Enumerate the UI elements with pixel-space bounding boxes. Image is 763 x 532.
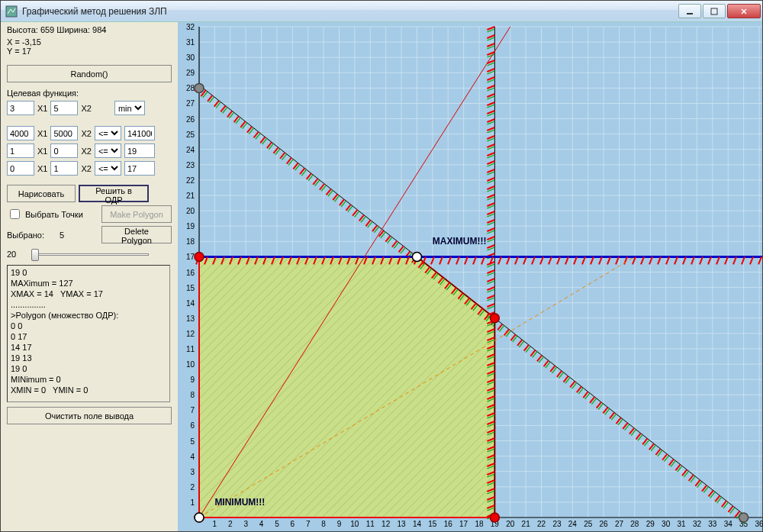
svg-text:28: 28 bbox=[186, 84, 195, 92]
window-buttons bbox=[678, 4, 761, 18]
svg-text:29: 29 bbox=[186, 69, 195, 77]
svg-text:33: 33 bbox=[708, 520, 717, 528]
svg-text:28: 28 bbox=[630, 520, 639, 528]
svg-text:2: 2 bbox=[228, 520, 233, 528]
svg-text:8: 8 bbox=[321, 520, 326, 528]
x1-label: X1 bbox=[37, 104, 47, 113]
svg-text:23: 23 bbox=[186, 161, 195, 169]
client-area: Высота: 659 Ширина: 984 X = -3,15 Y = 17… bbox=[1, 22, 762, 531]
svg-text:14: 14 bbox=[186, 299, 195, 308]
c1-a2-input[interactable] bbox=[50, 126, 78, 140]
svg-text:7: 7 bbox=[190, 406, 195, 414]
selected-label: Выбрано: bbox=[7, 231, 44, 240]
c3-b-input[interactable] bbox=[124, 161, 155, 176]
selected-count: 5 bbox=[60, 231, 64, 240]
status-y: Y = 17 bbox=[7, 47, 172, 56]
svg-text:15: 15 bbox=[428, 520, 437, 528]
svg-text:17: 17 bbox=[186, 253, 195, 261]
c2-a1-input[interactable] bbox=[7, 143, 34, 158]
svg-point-505 bbox=[195, 252, 204, 261]
svg-point-507 bbox=[490, 314, 499, 323]
svg-text:11: 11 bbox=[186, 345, 195, 353]
svg-text:2: 2 bbox=[190, 483, 195, 492]
chart-svg: 1234567891011121314151617181920212223242… bbox=[178, 22, 763, 532]
minimize-button[interactable] bbox=[678, 4, 701, 18]
svg-text:12: 12 bbox=[186, 330, 195, 338]
svg-point-509 bbox=[490, 513, 499, 522]
svg-text:22: 22 bbox=[537, 520, 546, 528]
svg-text:24: 24 bbox=[186, 146, 195, 154]
status-x: X = -3,15 bbox=[7, 37, 172, 47]
c3-a1-input[interactable] bbox=[7, 161, 34, 176]
select-points-label: Выбрать Точки bbox=[25, 210, 83, 219]
svg-text:23: 23 bbox=[552, 520, 562, 528]
maximize-button[interactable] bbox=[703, 4, 726, 18]
graph-area[interactable]: 1234567891011121314151617181920212223242… bbox=[178, 22, 762, 531]
c1-a1-input[interactable] bbox=[7, 126, 34, 140]
svg-text:25: 25 bbox=[186, 131, 195, 139]
c2-a2-input[interactable] bbox=[50, 143, 78, 158]
clear-output-button[interactable]: Очистить поле вывода bbox=[7, 407, 172, 424]
close-button[interactable] bbox=[727, 4, 761, 18]
output-memo[interactable]: 19 0 MAXimum = 127 XMAX = 14 YMAX = 17 .… bbox=[7, 265, 170, 402]
app-icon bbox=[5, 5, 18, 18]
svg-text:15: 15 bbox=[186, 284, 195, 292]
c1-b-input[interactable] bbox=[124, 126, 155, 140]
svg-point-511 bbox=[412, 252, 421, 261]
c2-op-select[interactable]: <= bbox=[95, 143, 121, 158]
c3-op-select[interactable]: <= bbox=[95, 161, 121, 176]
svg-text:12: 12 bbox=[382, 520, 391, 528]
c1-op-select[interactable]: <= bbox=[95, 126, 121, 140]
svg-rect-2 bbox=[711, 8, 717, 15]
svg-point-510 bbox=[195, 513, 204, 522]
svg-text:32: 32 bbox=[693, 520, 702, 528]
draw-button[interactable]: Нарисовать bbox=[7, 185, 76, 202]
c3-a2-input[interactable] bbox=[50, 161, 78, 176]
svg-text:26: 26 bbox=[186, 115, 195, 124]
svg-rect-0 bbox=[6, 6, 17, 17]
svg-text:17: 17 bbox=[459, 520, 468, 528]
svg-text:27: 27 bbox=[615, 520, 624, 528]
speed-slider[interactable] bbox=[30, 247, 152, 262]
titlebar[interactable]: Графический метод решения ЗЛП bbox=[1, 1, 762, 22]
select-points-checkbox[interactable] bbox=[10, 209, 20, 219]
direction-select[interactable]: min bbox=[114, 101, 145, 115]
svg-text:6: 6 bbox=[190, 421, 195, 430]
svg-text:16: 16 bbox=[186, 269, 195, 277]
objective-label: Целевая функция: bbox=[7, 89, 79, 98]
obj-c1-input[interactable] bbox=[7, 101, 34, 115]
random-button[interactable]: Random() bbox=[7, 65, 172, 82]
svg-text:21: 21 bbox=[522, 520, 531, 528]
svg-text:9: 9 bbox=[190, 376, 195, 384]
slider-value: 20 bbox=[7, 250, 16, 259]
svg-text:13: 13 bbox=[186, 314, 195, 323]
svg-text:14: 14 bbox=[413, 520, 422, 528]
svg-text:24: 24 bbox=[568, 520, 578, 528]
svg-text:4: 4 bbox=[190, 453, 195, 461]
svg-text:3: 3 bbox=[190, 468, 195, 476]
svg-text:25: 25 bbox=[584, 520, 593, 528]
svg-text:29: 29 bbox=[646, 520, 655, 528]
svg-point-504 bbox=[739, 513, 749, 522]
svg-text:21: 21 bbox=[186, 192, 195, 200]
svg-text:10: 10 bbox=[350, 520, 359, 528]
solve-button[interactable]: Решить в ОДР bbox=[79, 185, 149, 202]
svg-text:32: 32 bbox=[186, 23, 195, 31]
svg-text:1: 1 bbox=[213, 520, 217, 528]
obj-c2-input[interactable] bbox=[50, 101, 78, 115]
svg-text:30: 30 bbox=[186, 53, 195, 62]
svg-text:20: 20 bbox=[506, 520, 515, 528]
svg-text:7: 7 bbox=[306, 520, 311, 528]
svg-text:31: 31 bbox=[677, 520, 686, 528]
svg-text:6: 6 bbox=[291, 520, 295, 528]
make-polygon-button[interactable]: Make Polygon bbox=[101, 205, 172, 223]
svg-text:31: 31 bbox=[186, 38, 195, 47]
delete-polygon-button[interactable]: Delete Polygon bbox=[101, 226, 172, 243]
svg-text:16: 16 bbox=[444, 520, 453, 528]
svg-text:8: 8 bbox=[190, 391, 195, 399]
svg-text:19: 19 bbox=[186, 222, 195, 231]
svg-text:18: 18 bbox=[475, 520, 484, 528]
svg-marker-143 bbox=[199, 256, 494, 517]
c2-b-input[interactable] bbox=[124, 143, 155, 158]
svg-text:MAXIMUM!!!: MAXIMUM!!! bbox=[433, 236, 487, 247]
